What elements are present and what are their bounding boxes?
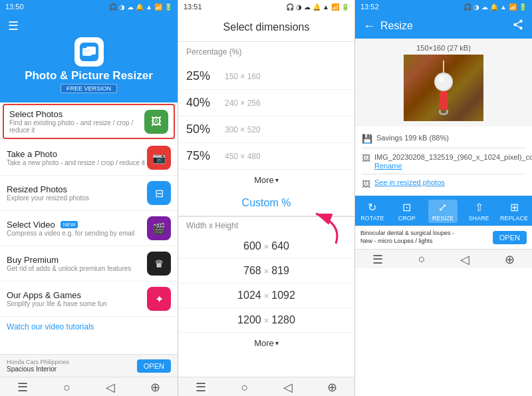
select-video-icon-btn[interactable]: 🎬 <box>147 216 171 240</box>
pct-50-label: 50% <box>186 122 219 136</box>
menu-item-buy-premium[interactable]: Buy Premium Get rid of adds & unlock pre… <box>0 246 178 282</box>
bottom-nav-2: ☰ ○ ◁ ⊕ <box>178 377 354 396</box>
nav-person-icon[interactable]: ⊕ <box>150 380 160 395</box>
gallery-icon: 🖼 <box>151 116 162 128</box>
nav-person-icon-3[interactable]: ⊕ <box>505 252 515 267</box>
nav-circle-icon-2[interactable]: ○ <box>241 381 248 395</box>
ad-open-button-1[interactable]: OPEN <box>137 359 171 373</box>
buy-premium-icon-btn[interactable]: ♛ <box>147 252 171 276</box>
chain <box>443 61 444 73</box>
pct-50-dim: 300 × 520 <box>225 125 261 134</box>
wh-option-1200-1280[interactable]: 1200 × 1280 <box>178 308 354 333</box>
see-resized-row: 🖼 See in resized photos <box>362 176 525 192</box>
times-icon-1: × <box>264 242 269 252</box>
image-thumbnail <box>404 55 483 121</box>
rotate-tool[interactable]: ↻ ROTATE <box>359 201 386 222</box>
share-tool[interactable]: ⇧ SHARE <box>466 201 492 222</box>
screen2-content: Percentage (%) 25% 150 × 160 40% 240 × 2… <box>178 42 354 377</box>
info-divider-1 <box>362 148 525 148</box>
ad-banner-3: Binocular dental & surgical loupes - New… <box>355 226 532 248</box>
pink-arrow <box>289 210 349 247</box>
replace-icon: ⊞ <box>510 201 519 214</box>
filename-row: 🖼 IMG_20230208_132519_(960_x_1024_pixel)… <box>362 150 525 172</box>
pct-75-dim: 450 × 480 <box>225 152 261 161</box>
wh-more-button[interactable]: More ▾ <box>178 333 354 353</box>
nav-back-icon[interactable]: ◁ <box>106 380 115 395</box>
share-tool-icon: ⇧ <box>475 201 483 214</box>
nav-back-icon-2[interactable]: ◁ <box>283 380 293 395</box>
savings-row: 💾 Savings 199 kB (88%) <box>362 130 525 146</box>
nav-circle-icon-3[interactable]: ○ <box>418 252 426 266</box>
nav-home-icon[interactable]: ☰ <box>17 380 28 395</box>
video-tutorials-link[interactable]: Watch our video tutorials <box>0 317 178 333</box>
new-badge-video: NEW <box>61 221 78 228</box>
filename-text: IMG_20230208_132519_(960_x_1024_pixel)_c… <box>374 153 532 161</box>
ad-open-button-3[interactable]: OPEN <box>493 231 527 244</box>
nav-home-icon-2[interactable]: ☰ <box>196 380 206 395</box>
chevron-down-icon-2: ▾ <box>275 339 279 347</box>
resize-icon: ⤢ <box>438 201 447 214</box>
status-bar-1: 13:50 🎧◑☁🔔▲📶🔋 <box>0 0 178 13</box>
nav-home-icon-3[interactable]: ☰ <box>372 252 383 267</box>
height-1092: 1092 <box>271 290 295 301</box>
height-1280: 1280 <box>271 314 295 326</box>
menu-item-take-photo[interactable]: Take a Photo Take a new photo - and resi… <box>0 140 178 176</box>
menu-item-our-apps[interactable]: Our Apps & Games Simplify your life & ha… <box>0 282 178 317</box>
pct-option-40[interactable]: 40% 240 × 256 <box>178 90 354 116</box>
nav-circle-icon[interactable]: ○ <box>63 381 70 395</box>
crop-label: CROP <box>398 215 416 222</box>
menu-item-text-select-video: Select Video NEW Compress a video e.g. f… <box>7 220 147 237</box>
savings-text: Savings 199 kB (88%) <box>376 133 449 142</box>
screen3-title: Resize <box>380 20 413 32</box>
toolbar: ↻ ROTATE ⊡ CROP ⤢ RESIZE ⇧ SHARE ⊞ REPLA… <box>355 196 532 226</box>
pct-75-label: 75% <box>186 149 219 163</box>
pct-option-75[interactable]: 75% 450 × 480 <box>178 143 354 170</box>
width-768: 768 <box>243 265 261 277</box>
status-bar-3: 13:52 🎧◑☁🔔▲📶🔋 <box>355 0 532 13</box>
nav-back-icon-3[interactable]: ◁ <box>460 252 469 267</box>
hamburger-icon[interactable]: ☰ <box>8 19 19 33</box>
header-top: ☰ <box>8 19 170 33</box>
menu-item-subtitle-buy-premium: Get rid of adds & unlock premium feature… <box>7 265 147 272</box>
camera-icon: 📷 <box>152 152 166 164</box>
select-photos-icon-btn[interactable]: 🖼 <box>144 110 168 134</box>
pct-more-button[interactable]: More ▾ <box>178 170 354 190</box>
menu-item-title-buy-premium: Buy Premium <box>7 255 147 265</box>
take-photo-icon-btn[interactable]: 📷 <box>147 146 171 170</box>
pct-option-50[interactable]: 50% 300 × 520 <box>178 116 354 143</box>
screen3-header: ← Resize <box>355 13 532 39</box>
our-apps-icon-btn[interactable]: ✦ <box>147 287 171 311</box>
screen2-title: Select dimensions <box>186 21 346 33</box>
chevron-down-icon-1: ▾ <box>275 176 279 184</box>
rotate-icon: ↻ <box>368 201 376 214</box>
wh-option-1024-1092[interactable]: 1024 × 1092 <box>178 284 354 308</box>
rotate-label: ROTATE <box>360 215 384 222</box>
back-button[interactable]: ← <box>363 19 375 33</box>
menu-item-select-video[interactable]: Select Video NEW Compress a video e.g. f… <box>0 211 178 246</box>
menu-item-select-photos[interactable]: Select Photos Find an existing photo - a… <box>3 104 175 139</box>
menu-item-subtitle-take-photo: Take a new photo - and resize / crop / r… <box>7 159 147 166</box>
crop-tool[interactable]: ⊡ CROP <box>394 201 420 222</box>
rename-link[interactable]: Rename <box>374 162 532 170</box>
share-icon[interactable] <box>512 19 524 33</box>
status-icons-2: 🎧◑☁🔔▲📶🔋 <box>286 3 349 11</box>
folder-icon: 🖼 <box>362 179 370 189</box>
times-icon-2: × <box>264 266 269 276</box>
wh-option-768-819[interactable]: 768 × 819 <box>178 259 354 284</box>
ad-banner-1: Honda Cars Philippines Spacious Interior… <box>0 354 178 377</box>
pct-option-25[interactable]: 25% 150 × 160 <box>178 63 354 90</box>
pct-40-dim: 240 × 256 <box>225 99 261 108</box>
see-resized-link[interactable]: See in resized photos <box>374 178 445 186</box>
resize-label: RESIZE <box>432 215 454 222</box>
nav-person-icon-2[interactable]: ⊕ <box>327 380 337 395</box>
bottom-nav-3: ☰ ○ ◁ ⊕ <box>355 249 532 268</box>
resized-photos-icon-btn[interactable]: ⊟ <box>147 181 171 205</box>
keychain-body <box>440 91 448 110</box>
status-bar-2: 13:51 🎧◑☁🔔▲📶🔋 <box>178 0 354 13</box>
resize-tool[interactable]: ⤢ RESIZE <box>428 200 458 223</box>
menu-item-text-our-apps: Our Apps & Games Simplify your life & ha… <box>7 290 147 307</box>
ball-highlight <box>438 77 444 82</box>
menu-item-resized-photos[interactable]: Resized Photos Explore your resized phot… <box>0 176 178 211</box>
replace-tool[interactable]: ⊞ REPLACE <box>500 201 528 222</box>
menu-item-title-select-video: Select Video NEW <box>7 220 147 230</box>
